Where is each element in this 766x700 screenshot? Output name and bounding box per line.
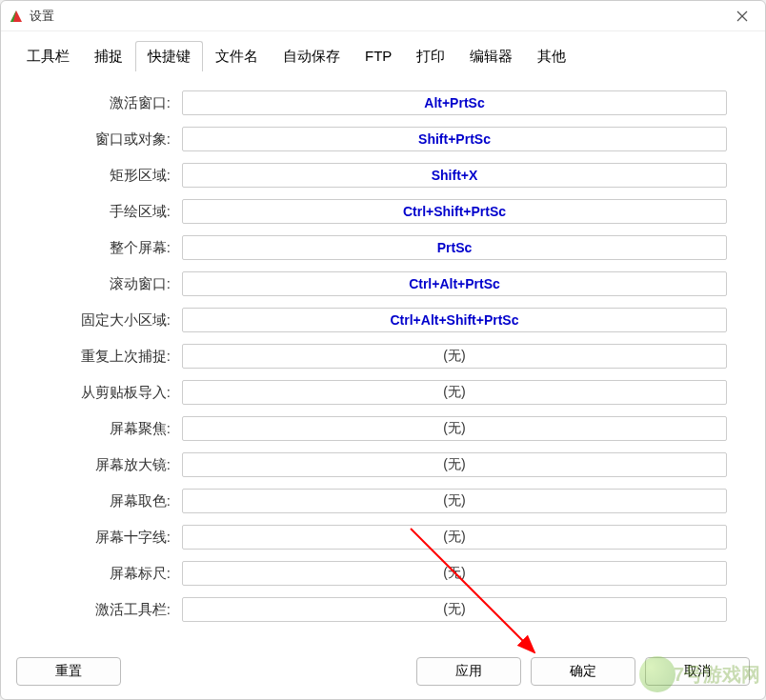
shortcut-row: 重复上次捕捉: (无) [39, 342, 727, 370]
reset-button[interactable]: 重置 [16, 657, 121, 686]
shortcut-input-scroll-window[interactable]: Ctrl+Alt+PrtSc [182, 271, 727, 296]
shortcut-row: 屏幕取色: (无) [39, 487, 727, 515]
shortcut-input-ruler[interactable]: (无) [182, 561, 727, 586]
shortcut-row: 屏幕放大镜: (无) [39, 450, 727, 479]
shortcut-input-window-object[interactable]: Shift+PrtSc [182, 127, 727, 151]
tab-filename[interactable]: 文件名 [203, 41, 271, 71]
shortcut-label: 激活工具栏: [39, 601, 182, 619]
button-bar: 重置 应用 确定 取消 [1, 650, 765, 699]
tab-print[interactable]: 打印 [404, 41, 457, 71]
apply-button[interactable]: 应用 [416, 657, 521, 686]
shortcut-label: 从剪贴板导入: [39, 384, 182, 402]
shortcut-label: 手绘区域: [39, 203, 182, 221]
shortcut-input-freehand[interactable]: Ctrl+Shift+PrtSc [182, 199, 727, 224]
tab-capture[interactable]: 捕捉 [82, 41, 135, 71]
shortcut-input-active-window[interactable]: Alt+PrtSc [182, 90, 727, 115]
shortcut-input-screen-focus[interactable]: (无) [182, 416, 727, 441]
shortcut-label: 屏幕十字线: [39, 529, 182, 547]
shortcut-label: 窗口或对象: [39, 130, 182, 149]
shortcut-row: 整个屏幕: PrtSc [39, 233, 727, 262]
shortcut-row: 手绘区域: Ctrl+Shift+PrtSc [39, 197, 727, 226]
settings-window: 设置 工具栏 捕捉 快捷键 文件名 自动保存 FTP 打印 编辑器 其他 激活窗… [0, 0, 766, 700]
close-icon [736, 10, 748, 22]
cancel-button[interactable]: 取消 [645, 657, 750, 686]
shortcut-label: 滚动窗口: [39, 275, 182, 293]
tab-hotkeys[interactable]: 快捷键 [135, 41, 203, 71]
tab-other[interactable]: 其他 [525, 41, 578, 71]
shortcut-label: 固定大小区域: [39, 311, 182, 330]
shortcut-label: 屏幕放大镜: [39, 456, 182, 474]
shortcut-label: 屏幕标尺: [39, 565, 182, 583]
shortcut-input-fixed-region[interactable]: Ctrl+Alt+Shift+PrtSc [182, 308, 727, 332]
tab-ftp[interactable]: FTP [353, 41, 404, 71]
tab-editor[interactable]: 编辑器 [457, 41, 525, 71]
shortcut-label: 屏幕聚焦: [39, 420, 182, 438]
shortcut-row: 激活工具栏: (无) [39, 595, 727, 624]
shortcut-label: 重复上次捕捉: [39, 348, 182, 366]
shortcut-input-crosshair[interactable]: (无) [182, 525, 727, 550]
shortcut-input-magnifier[interactable]: (无) [182, 452, 727, 477]
shortcut-row: 激活窗口: Alt+PrtSc [39, 89, 727, 117]
shortcut-row: 屏幕十字线: (无) [39, 523, 727, 551]
shortcut-input-clipboard-import[interactable]: (无) [182, 380, 727, 405]
shortcut-row: 滚动窗口: Ctrl+Alt+PrtSc [39, 270, 727, 298]
close-button[interactable] [727, 3, 757, 30]
shortcut-row: 屏幕聚焦: (无) [39, 414, 727, 443]
shortcut-row: 固定大小区域: Ctrl+Alt+Shift+PrtSc [39, 306, 727, 334]
shortcut-row: 从剪贴板导入: (无) [39, 378, 727, 407]
titlebar: 设置 [1, 1, 765, 31]
shortcut-input-repeat-last[interactable]: (无) [182, 344, 727, 369]
content-panel: 激活窗口: Alt+PrtSc 窗口或对象: Shift+PrtSc 矩形区域:… [1, 71, 765, 650]
shortcut-label: 矩形区域: [39, 167, 182, 185]
window-title: 设置 [30, 8, 727, 25]
tab-toolbar[interactable]: 工具栏 [14, 41, 82, 71]
shortcut-input-color-picker[interactable]: (无) [182, 489, 727, 513]
tab-bar: 工具栏 捕捉 快捷键 文件名 自动保存 FTP 打印 编辑器 其他 [1, 31, 765, 71]
tab-autosave[interactable]: 自动保存 [271, 41, 353, 71]
shortcut-input-activate-toolbar[interactable]: (无) [182, 597, 727, 622]
shortcut-row: 矩形区域: Shift+X [39, 161, 727, 190]
shortcut-label: 整个屏幕: [39, 239, 182, 257]
shortcut-input-full-screen[interactable]: PrtSc [182, 235, 727, 260]
shortcut-row: 屏幕标尺: (无) [39, 559, 727, 588]
shortcut-row: 窗口或对象: Shift+PrtSc [39, 125, 727, 153]
shortcut-input-rect-region[interactable]: Shift+X [182, 163, 727, 188]
shortcut-label: 屏幕取色: [39, 492, 182, 510]
shortcut-label: 激活窗口: [39, 94, 182, 112]
ok-button[interactable]: 确定 [531, 657, 635, 686]
app-icon [9, 9, 24, 24]
